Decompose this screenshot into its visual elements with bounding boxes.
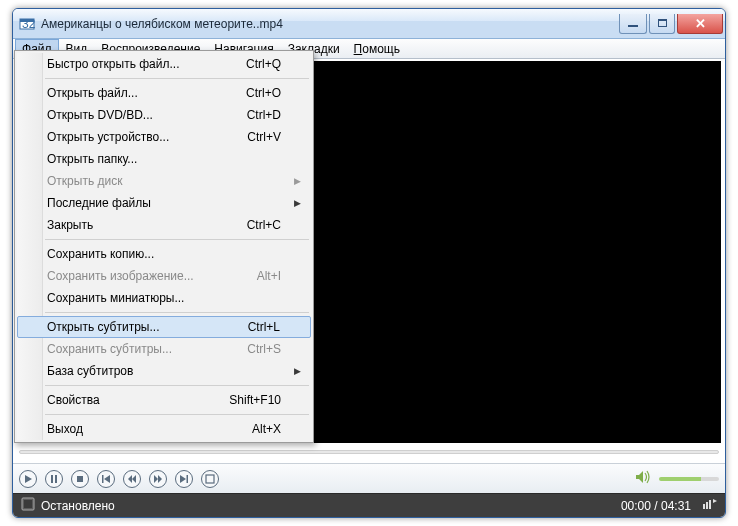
menuitem-Закрыть[interactable]: ЗакрытьCtrl+C bbox=[17, 214, 311, 236]
menuitem-label: Быстро открыть файл... bbox=[47, 57, 179, 71]
file-menu-dropdown: Быстро открыть файл...Ctrl+QОткрыть файл… bbox=[14, 50, 314, 443]
status-bar: Остановлено 00:00 / 04:31 bbox=[13, 493, 725, 517]
menu-separator bbox=[45, 78, 309, 79]
window-title: Американцы о челябиском метеорите..mp4 bbox=[41, 17, 283, 31]
menu-Помощь[interactable]: Помощь bbox=[347, 39, 407, 58]
menuitem-label: Выход bbox=[47, 422, 83, 436]
volume-icon[interactable] bbox=[635, 470, 651, 487]
svg-marker-16 bbox=[636, 471, 643, 483]
svg-marker-11 bbox=[154, 475, 158, 483]
close-button[interactable]: ✕ bbox=[677, 14, 723, 34]
svg-marker-9 bbox=[128, 475, 132, 483]
step-fwd-button[interactable] bbox=[149, 470, 167, 488]
menuitem-label: Открыть DVD/BD... bbox=[47, 108, 153, 122]
svg-rect-7 bbox=[102, 475, 104, 483]
menuitem-shortcut: Ctrl+V bbox=[247, 130, 281, 144]
svg-rect-14 bbox=[187, 475, 189, 483]
minimize-button[interactable] bbox=[619, 14, 647, 34]
svg-rect-4 bbox=[51, 475, 53, 483]
menuitem-Открыть-устройство-[interactable]: Открыть устройство...Ctrl+V bbox=[17, 126, 311, 148]
playback-controls bbox=[13, 463, 725, 493]
menuitem-label: Свойства bbox=[47, 393, 100, 407]
status-icon bbox=[21, 497, 35, 514]
menuitem-База-субтитров[interactable]: База субтитров▶ bbox=[17, 360, 311, 382]
menuitem-label: Открыть папку... bbox=[47, 152, 137, 166]
menuitem-Последние-файлы[interactable]: Последние файлы▶ bbox=[17, 192, 311, 214]
play-button[interactable] bbox=[19, 470, 37, 488]
menuitem-shortcut: Ctrl+Q bbox=[246, 57, 281, 71]
svg-rect-18 bbox=[24, 500, 32, 508]
svg-marker-8 bbox=[104, 475, 110, 483]
svg-rect-15 bbox=[206, 475, 214, 483]
status-text: Остановлено bbox=[41, 499, 115, 513]
prev-button[interactable] bbox=[97, 470, 115, 488]
svg-marker-22 bbox=[713, 499, 717, 503]
next-button[interactable] bbox=[175, 470, 193, 488]
menuitem-label: Сохранить изображение... bbox=[47, 269, 194, 283]
menuitem-label: Закрыть bbox=[47, 218, 93, 232]
menuitem-shortcut: Alt+X bbox=[252, 422, 281, 436]
menuitem-Сохранить-копию-[interactable]: Сохранить копию... bbox=[17, 243, 311, 265]
pause-button[interactable] bbox=[45, 470, 63, 488]
menuitem-shortcut: Ctrl+D bbox=[247, 108, 281, 122]
menuitem-Открыть-папку-[interactable]: Открыть папку... bbox=[17, 148, 311, 170]
menuitem-label: Сохранить копию... bbox=[47, 247, 154, 261]
svg-rect-21 bbox=[709, 500, 711, 509]
svg-rect-19 bbox=[703, 504, 705, 509]
svg-text:321: 321 bbox=[22, 17, 35, 31]
time-display: 00:00 / 04:31 bbox=[621, 499, 691, 513]
menuitem-Сохранить-изображение-: Сохранить изображение...Alt+I bbox=[17, 265, 311, 287]
svg-marker-12 bbox=[158, 475, 162, 483]
menuitem-label: Открыть устройство... bbox=[47, 130, 169, 144]
app-icon: 321 bbox=[19, 16, 35, 32]
menuitem-shortcut: Alt+I bbox=[257, 269, 281, 283]
menuitem-shortcut: Ctrl+L bbox=[248, 320, 280, 334]
menuitem-Сохранить-миниатюры-[interactable]: Сохранить миниатюры... bbox=[17, 287, 311, 309]
submenu-arrow-icon: ▶ bbox=[294, 366, 301, 376]
titlebar[interactable]: 321 Американцы о челябиском метеорите..m… bbox=[13, 9, 725, 39]
menuitem-Открыть-DVD-BD-[interactable]: Открыть DVD/BD...Ctrl+D bbox=[17, 104, 311, 126]
seek-bar[interactable] bbox=[19, 447, 719, 457]
stop-button[interactable] bbox=[71, 470, 89, 488]
menu-separator bbox=[45, 239, 309, 240]
menuitem-label: Сохранить субтитры... bbox=[47, 342, 172, 356]
maximize-button[interactable] bbox=[649, 14, 675, 34]
menuitem-shortcut: Ctrl+O bbox=[246, 86, 281, 100]
menuitem-shortcut: Ctrl+C bbox=[247, 218, 281, 232]
menuitem-label: Открыть субтитры... bbox=[47, 320, 159, 334]
menuitem-Сохранить-субтитры-: Сохранить субтитры...Ctrl+S bbox=[17, 338, 311, 360]
menu-separator bbox=[45, 385, 309, 386]
menu-separator bbox=[45, 414, 309, 415]
svg-marker-13 bbox=[180, 475, 186, 483]
menuitem-label: Последние файлы bbox=[47, 196, 151, 210]
menuitem-shortcut: Shift+F10 bbox=[229, 393, 281, 407]
menuitem-Открыть-диск: Открыть диск▶ bbox=[17, 170, 311, 192]
menuitem-label: Открыть диск bbox=[47, 174, 122, 188]
menuitem-shortcut: Ctrl+S bbox=[247, 342, 281, 356]
svg-rect-5 bbox=[55, 475, 57, 483]
svg-marker-3 bbox=[25, 475, 32, 483]
menu-separator bbox=[45, 312, 309, 313]
menuitem-label: База субтитров bbox=[47, 364, 133, 378]
svg-marker-10 bbox=[132, 475, 136, 483]
menuitem-Выход[interactable]: ВыходAlt+X bbox=[17, 418, 311, 440]
fullscreen-button[interactable] bbox=[201, 470, 219, 488]
audio-indicator-icon bbox=[701, 498, 717, 513]
menuitem-Открыть-субтитры-[interactable]: Открыть субтитры...Ctrl+L bbox=[17, 316, 311, 338]
menuitem-Открыть-файл-[interactable]: Открыть файл...Ctrl+O bbox=[17, 82, 311, 104]
submenu-arrow-icon: ▶ bbox=[294, 176, 301, 186]
step-back-button[interactable] bbox=[123, 470, 141, 488]
menuitem-label: Сохранить миниатюры... bbox=[47, 291, 184, 305]
menuitem-label: Открыть файл... bbox=[47, 86, 138, 100]
menuitem-Быстро-открыть-файл-[interactable]: Быстро открыть файл...Ctrl+Q bbox=[17, 53, 311, 75]
svg-rect-6 bbox=[77, 476, 83, 482]
volume-slider[interactable] bbox=[659, 477, 719, 481]
svg-rect-20 bbox=[706, 502, 708, 509]
submenu-arrow-icon: ▶ bbox=[294, 198, 301, 208]
menuitem-Свойства[interactable]: СвойстваShift+F10 bbox=[17, 389, 311, 411]
